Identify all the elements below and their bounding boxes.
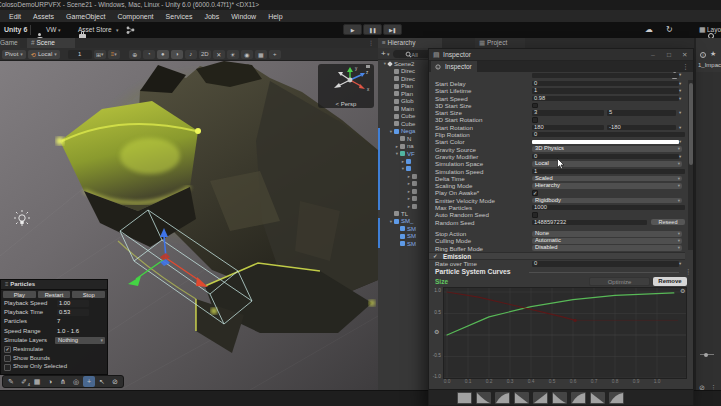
particles-panel-header[interactable]: ≡ Particles [1, 280, 107, 290]
grid-tool[interactable]: ▦ [31, 376, 43, 387]
caret-icon[interactable]: ▾ [679, 260, 681, 267]
restart-button[interactable]: Restart [38, 291, 71, 298]
random-seed-field[interactable]: 1488597232 [532, 220, 647, 225]
snap-dropdown[interactable]: ≡▾ [108, 50, 120, 59]
tab-impact[interactable]: 1_Impact [698, 62, 721, 68]
inspector-scrollbar[interactable] [688, 80, 693, 250]
curve-selected-label[interactable]: Size [435, 278, 448, 285]
scene-menu-kebab-icon[interactable]: ⋮ [368, 38, 374, 48]
preset-curve-down-1-button[interactable] [476, 392, 491, 404]
start-color-swatch[interactable] [532, 140, 679, 145]
caret-icon[interactable]: ▾ [679, 138, 681, 145]
play-button[interactable]: ▶ [343, 24, 362, 35]
layout-grid-icon[interactable]: ▦ [699, 26, 706, 34]
menu-assets[interactable]: Assets [27, 13, 60, 20]
menu-component[interactable]: Component [111, 13, 159, 20]
simulate-layers-dropdown[interactable]: Nothing▾ [55, 337, 105, 344]
menu-gameobject[interactable]: GameObject [60, 13, 111, 20]
remove-button[interactable]: Remove [653, 277, 687, 286]
start-size-field-y[interactable]: 5 [607, 110, 676, 115]
curve-gear-left-icon[interactable]: ⚙ [434, 328, 439, 335]
scrollbar-thumb[interactable] [689, 83, 693, 165]
minimize-button[interactable]: – [651, 49, 655, 61]
start-size-field-x[interactable]: 3 [532, 110, 604, 115]
pivot-dropdown[interactable]: Pivot▾ [2, 50, 26, 59]
particles-tool[interactable]: ⋔ [57, 376, 69, 387]
disabled-tool[interactable]: ⊘ [109, 376, 121, 387]
scene-toggle-10-icon[interactable]: + [269, 50, 281, 59]
simulation-speed-field[interactable]: 1 [532, 169, 685, 174]
layout-dropdown[interactable]: Layout [707, 22, 721, 38]
history-icon[interactable]: ↻ [666, 25, 673, 34]
projection-label[interactable]: < Persp [318, 101, 374, 107]
preset-curve-up-6-button[interactable] [571, 392, 586, 404]
step-button[interactable]: ▶❚ [383, 24, 402, 35]
menu-help[interactable]: Help [262, 13, 288, 20]
show-only-selected-checkbox[interactable] [4, 364, 11, 371]
play-button[interactable]: Play [3, 291, 36, 298]
3d-start-rotation-checkbox[interactable] [532, 117, 538, 123]
scene-toggle-0-icon[interactable]: ⊕ [129, 50, 141, 59]
grid-visual-dropdown[interactable]: ⊞▾ [94, 50, 106, 59]
rate-over-time-field[interactable]: 0 [532, 261, 679, 266]
grid-size-field[interactable]: 1 [68, 50, 92, 59]
flip-rotation-field[interactable]: 0 [532, 132, 685, 137]
scene-toggle-3-icon[interactable]: ◑ [171, 50, 183, 59]
tab-game[interactable]: Game [0, 38, 20, 48]
resimulate-checkbox[interactable]: ✓ [4, 346, 11, 353]
preset-curve-up-8-button[interactable] [609, 392, 624, 404]
start-lifetime-field[interactable]: 1 [532, 88, 679, 93]
auto-random-seed-checkbox[interactable] [532, 212, 538, 218]
start-rotation-field-y[interactable]: -180 [607, 125, 676, 130]
scaling-mode-dropdown[interactable]: Hierarchy▾ [532, 183, 682, 189]
menu-window[interactable]: Window [225, 13, 262, 20]
play-on-awake-checkbox[interactable]: ✓ [532, 190, 538, 196]
scene-toggle-7-icon[interactable]: ☀ [227, 50, 239, 59]
caret-icon[interactable]: ▾ [679, 87, 681, 94]
scene-toggle-1-icon[interactable]: ◔ [143, 50, 155, 59]
menu-services[interactable]: Services [160, 13, 199, 20]
handle-orientation-dropdown[interactable]: ⟲Local▾ [28, 50, 60, 59]
3d-start-size-checkbox[interactable] [532, 103, 538, 109]
zoom-slider-handle[interactable] [704, 353, 708, 357]
inspector-kebab-icon[interactable]: ⋮ [682, 61, 689, 72]
pause-button[interactable]: ❚❚ [363, 24, 382, 35]
preset-linear-down-7-button[interactable] [590, 392, 605, 404]
preset-linear-down-3-button[interactable] [514, 392, 529, 404]
start-speed-field[interactable]: 0.98 [532, 96, 679, 101]
terrain-tool[interactable]: ✐4 [18, 376, 30, 387]
close-button[interactable]: ✕ [682, 49, 687, 61]
menu-jobs[interactable]: Jobs [198, 13, 225, 20]
caret-icon[interactable]: ▾ [679, 153, 681, 160]
favorite-star-icon[interactable]: ★ [710, 50, 716, 58]
maximize-button[interactable]: □ [667, 49, 671, 61]
reseed-button[interactable]: Reseed [651, 219, 685, 225]
gravity-source-dropdown[interactable]: 3D Physics▾ [532, 146, 682, 152]
add-object-button[interactable]: + [381, 48, 386, 59]
playback-speed-field[interactable]: 1.00 [57, 300, 89, 307]
preset-constant-0-button[interactable] [457, 392, 472, 404]
curve-plot[interactable] [443, 287, 687, 379]
caret-icon[interactable]: ▾ [679, 124, 681, 131]
tab-scene[interactable]: # Scene [27, 38, 75, 48]
menu-edit[interactable]: Edit [3, 13, 27, 20]
scene-toggle-9-icon[interactable]: ▦ [255, 50, 267, 59]
scene-viewport[interactable]: y z x < Persp ≡ Particles PlayRestartSto… [0, 61, 378, 390]
account-dropdown[interactable]: VW [46, 22, 56, 38]
playback-time-field[interactable]: 0.53 [57, 309, 89, 316]
cursor-tool[interactable]: ↖ [96, 376, 108, 387]
module-header-emission[interactable]: ✓Emission [429, 252, 685, 260]
cloud-icon[interactable]: ☁ [645, 25, 653, 34]
scene-toggle-5-icon[interactable]: 2D [199, 50, 211, 59]
simulation-space-dropdown[interactable]: Local▾ [532, 161, 682, 167]
move-tool[interactable]: + [83, 376, 95, 387]
tab-project[interactable]: ▦ Project [475, 38, 525, 48]
scene-toggle-2-icon[interactable]: ● [157, 50, 169, 59]
tab-inspector[interactable]: i Inspector [431, 61, 477, 72]
ring-buffer-mode-dropdown[interactable]: Disabled▾ [532, 245, 682, 251]
asset-store-caret-icon[interactable]: ▾ [116, 27, 119, 33]
inspector-window-titlebar[interactable]: ▤ Inspector – □ ✕ [429, 49, 693, 61]
preset-linear-up-4-button[interactable] [533, 392, 548, 404]
version-control-icon[interactable] [126, 26, 135, 34]
zoom-tool[interactable]: ◎ [70, 376, 82, 387]
